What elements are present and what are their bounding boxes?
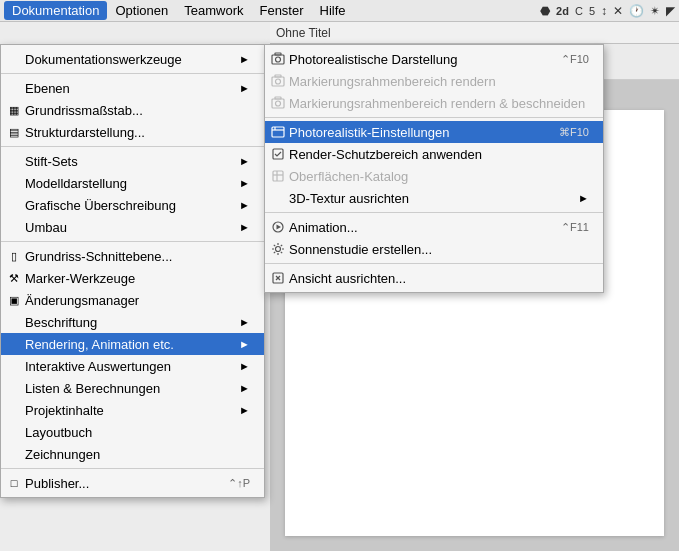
marker-icon: ⚒ — [5, 269, 23, 287]
menu-label: Ebenen — [25, 81, 70, 96]
menu-label: Markierungsrahmenbereich rendern — [289, 74, 496, 89]
svg-line-24 — [281, 252, 282, 253]
submenu-arrow: ► — [219, 177, 250, 189]
menu-dokumentation[interactable]: Dokumentation — [4, 1, 107, 20]
menu-label: Stift-Sets — [25, 154, 78, 169]
menu-label: Sonnenstudie erstellen... — [289, 242, 432, 257]
bluetooth-icon: ✴ — [650, 4, 660, 18]
menu-item-dokumentationswerkzeuge[interactable]: Dokumentationswerkzeuge ► — [1, 48, 264, 70]
separator-r2 — [265, 212, 603, 213]
menu-item-oberflachen-katalog: Oberflächen-Katalog — [265, 165, 603, 187]
menu-rendering-dropdown: Photorealistische Darstellung ⌃F10 Marki… — [264, 44, 604, 293]
svg-point-4 — [276, 79, 281, 84]
menu-item-grundriss-schnittebene[interactable]: ▯ Grundriss-Schnittebene... — [1, 245, 264, 267]
separator-r3 — [265, 263, 603, 264]
submenu-arrow: ► — [219, 338, 250, 350]
menu-item-projektinhalte[interactable]: Projektinhalte ► — [1, 399, 264, 421]
menu-item-3d-textur[interactable]: 3D-Textur ausrichten ► — [265, 187, 603, 209]
submenu-arrow: ► — [219, 199, 250, 211]
submenu-arrow: ► — [219, 382, 250, 394]
menu-label: Oberflächen-Katalog — [289, 169, 408, 184]
separator-1 — [1, 73, 264, 74]
menu-label: Rendering, Animation etc. — [25, 337, 174, 352]
grid-icon: ▦ — [5, 101, 23, 119]
menu-label: Photorealistische Darstellung — [289, 52, 457, 67]
menu-label: Render-Schutzbereich anwenden — [289, 147, 482, 162]
menu-item-modelldarstellung[interactable]: Modelldarstellung ► — [1, 172, 264, 194]
menu-label: Interaktive Auswertungen — [25, 359, 171, 374]
submenu-arrow: ► — [219, 221, 250, 233]
menu-item-layoutbuch[interactable]: Layoutbuch — [1, 421, 264, 443]
menu-item-ansicht-ausrichten[interactable]: Ansicht ausrichten... — [265, 267, 603, 289]
menu-item-photorealistische-darstellung[interactable]: Photorealistische Darstellung ⌃F10 — [265, 48, 603, 70]
dropbox-icon: ⬣ — [540, 4, 550, 18]
svg-rect-9 — [272, 127, 284, 137]
menu-item-sonnenstudie[interactable]: Sonnenstudie erstellen... — [265, 238, 603, 260]
menu-label: Projektinhalte — [25, 403, 104, 418]
separator-4 — [1, 468, 264, 469]
menu-item-listen-berechnungen[interactable]: Listen & Berechnungen ► — [1, 377, 264, 399]
menu-item-rendering[interactable]: Rendering, Animation etc. ► — [1, 333, 264, 355]
menu-label: Zeichnungen — [25, 447, 100, 462]
submenu-arrow: ► — [558, 192, 589, 204]
menu-item-anderungsmanager[interactable]: ▣ Änderungsmanager — [1, 289, 264, 311]
camera-icon-3 — [269, 94, 287, 112]
menu-item-grafische-uberschreibung[interactable]: Grafische Überschreibung ► — [1, 194, 264, 216]
svg-marker-17 — [277, 225, 282, 230]
menu-item-grundrissmassstab[interactable]: ▦ Grundrissmaßstab... — [1, 99, 264, 121]
menu-fenster[interactable]: Fenster — [251, 1, 311, 20]
exchange-icon: ↕ — [601, 4, 607, 18]
menubar: Dokumentation Optionen Teamwork Fenster … — [0, 0, 679, 22]
menu-optionen[interactable]: Optionen — [107, 1, 176, 20]
svg-rect-0 — [272, 55, 284, 64]
submenu-arrow: ► — [219, 316, 250, 328]
menu-item-umbau[interactable]: Umbau ► — [1, 216, 264, 238]
menu-label: Modelldarstellung — [25, 176, 127, 191]
menu-label: Grundriss-Schnittebene... — [25, 249, 172, 264]
svg-rect-5 — [275, 75, 281, 77]
struct-icon: ▤ — [5, 123, 23, 141]
svg-rect-6 — [272, 99, 284, 108]
svg-point-1 — [276, 57, 281, 62]
submenu-arrow: ► — [219, 82, 250, 94]
layers-icon: ▯ — [5, 247, 23, 265]
menu-label: Grundrissmaßstab... — [25, 103, 143, 118]
shortcut-photorealistik-einstellungen: ⌘F10 — [539, 126, 589, 139]
svg-point-18 — [276, 247, 281, 252]
menu-item-ebenen[interactable]: Ebenen ► — [1, 77, 264, 99]
menu-label: Layoutbuch — [25, 425, 92, 440]
menu-item-marker-werkzeuge[interactable]: ⚒ Marker-Werkzeuge — [1, 267, 264, 289]
submenu-arrow: ► — [219, 155, 250, 167]
svg-rect-8 — [275, 97, 281, 99]
menu-label: Marker-Werkzeuge — [25, 271, 135, 286]
menu-label: Listen & Berechnungen — [25, 381, 160, 396]
menu-label: Strukturdarstellung... — [25, 125, 145, 140]
menu-item-interaktive-auswertungen[interactable]: Interaktive Auswertungen ► — [1, 355, 264, 377]
menu-hilfe[interactable]: Hilfe — [312, 1, 354, 20]
menu-item-zeichnungen[interactable]: Zeichnungen — [1, 443, 264, 465]
2d-label: 2d — [556, 5, 569, 17]
shortcut-animation: ⌃F11 — [541, 221, 589, 234]
menu-label: Ansicht ausrichten... — [289, 271, 406, 286]
menu-label: 3D-Textur ausrichten — [289, 191, 409, 206]
clock-icon: 🕐 — [629, 4, 644, 18]
menu-item-strukturdarstellung[interactable]: ▤ Strukturdarstellung... — [1, 121, 264, 143]
wifi-icon: ◤ — [666, 4, 675, 18]
menu-item-markierungsrahmen-rendern: Markierungsrahmenbereich rendern — [265, 70, 603, 92]
publisher-icon: □ — [5, 474, 23, 492]
svg-line-26 — [274, 252, 275, 253]
menu-item-photorealistik-einstellungen[interactable]: Photorealistik-Einstellungen ⌘F10 — [265, 121, 603, 143]
sun-icon — [269, 240, 287, 258]
menu-item-stift-sets[interactable]: Stift-Sets ► — [1, 150, 264, 172]
align-icon — [269, 269, 287, 287]
menu-item-publisher[interactable]: □ Publisher... ⌃↑P — [1, 472, 264, 494]
menu-item-render-schutzbereich[interactable]: Render-Schutzbereich anwenden — [265, 143, 603, 165]
menubar-system-icons: ⬣ 2d C 5 ↕ ✕ 🕐 ✴ ◤ — [540, 4, 675, 18]
menu-item-animation[interactable]: Animation... ⌃F11 — [265, 216, 603, 238]
surface-icon — [269, 167, 287, 185]
menu-item-beschriftung[interactable]: Beschriftung ► — [1, 311, 264, 333]
menu-teamwork[interactable]: Teamwork — [176, 1, 251, 20]
menu-label: Photorealistik-Einstellungen — [289, 125, 449, 140]
shortcut-photorealistische: ⌃F10 — [541, 53, 589, 66]
menu-dokumentation-dropdown: Dokumentationswerkzeuge ► Ebenen ► ▦ Gru… — [0, 44, 265, 498]
